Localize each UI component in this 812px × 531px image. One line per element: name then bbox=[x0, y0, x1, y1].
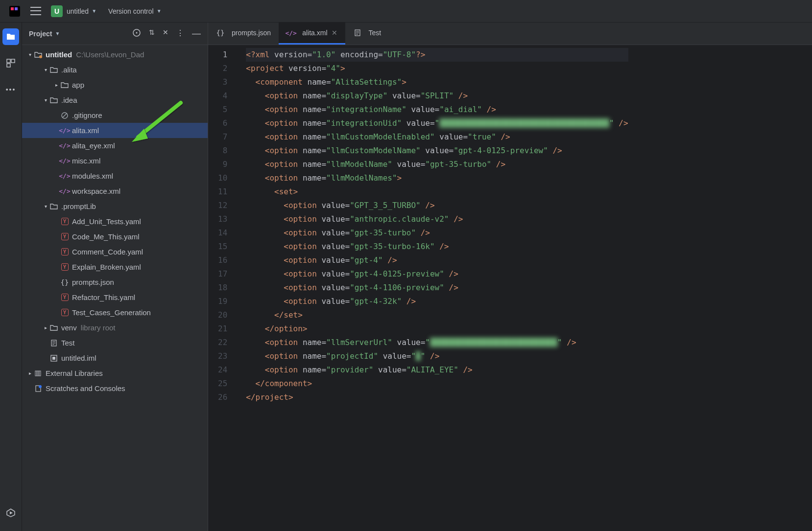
tree-item[interactable]: Y Add_Unit_Tests.yaml bbox=[22, 214, 208, 229]
xml-icon: </> bbox=[287, 29, 295, 37]
yaml-icon: Y bbox=[60, 233, 69, 240]
tree-item[interactable]: </> modules.xml bbox=[22, 168, 208, 184]
code-line[interactable]: <option name="llmModelName" value="gpt-3… bbox=[246, 158, 628, 171]
project-tool-button[interactable] bbox=[2, 28, 19, 45]
hide-panel-icon[interactable]: — bbox=[192, 28, 201, 39]
tree-item[interactable]: </> alita.xml bbox=[22, 123, 208, 138]
tree-item[interactable]: ▸ venv library root bbox=[22, 320, 208, 335]
code-line[interactable]: <option value="gpt-4" /> bbox=[246, 254, 628, 267]
tree-item[interactable]: Y Refactor_This.yaml bbox=[22, 290, 208, 305]
code-line[interactable]: <component name="AlitaSettings"> bbox=[246, 75, 628, 89]
code-line[interactable]: <option value="gpt-35-turbo" /> bbox=[246, 226, 628, 240]
code-editor[interactable]: 1234567891011121314151617181920212223242… bbox=[208, 45, 812, 531]
project-badge-icon: U bbox=[51, 5, 63, 17]
tree-item[interactable]: Y Comment_Code.yaml bbox=[22, 244, 208, 259]
tree-label: .gitignore bbox=[72, 111, 102, 119]
line-number: 13 bbox=[218, 212, 227, 226]
tree-item[interactable]: </> misc.xml bbox=[22, 153, 208, 168]
tree-label: Scratches and Consoles bbox=[46, 384, 125, 392]
code-line[interactable]: </component> bbox=[246, 377, 628, 391]
project-selector[interactable]: U untitled ▼ bbox=[51, 5, 96, 17]
line-number: 5 bbox=[218, 103, 227, 116]
line-number: 24 bbox=[218, 363, 227, 377]
yaml-icon: Y bbox=[60, 263, 69, 271]
code-line[interactable]: <option value="anthropic.claude-v2" /> bbox=[246, 212, 628, 226]
code-line[interactable]: </option> bbox=[246, 322, 628, 336]
code-line[interactable]: <project version="4"> bbox=[246, 62, 628, 75]
tree-item[interactable]: ▾ .promptLib bbox=[22, 199, 208, 214]
code-line[interactable]: <option name="displayType" value="SPLIT"… bbox=[246, 89, 628, 103]
code-line[interactable]: </set> bbox=[246, 308, 628, 322]
tree-item[interactable]: ▾ .idea bbox=[22, 92, 208, 108]
tree-item[interactable]: .gitignore bbox=[22, 108, 208, 123]
code-content[interactable]: <?xml version="1.0" encoding="UTF-8"?><p… bbox=[234, 45, 628, 531]
code-line[interactable]: <option name="llmModelNames"> bbox=[246, 171, 628, 185]
svg-rect-4 bbox=[11, 59, 15, 63]
tree-item[interactable]: untitled.iml bbox=[22, 350, 208, 366]
tree-item[interactable]: Test bbox=[22, 335, 208, 350]
tree-item[interactable]: Y Code_Me_This.yaml bbox=[22, 229, 208, 244]
tree-item[interactable]: {} prompts.json bbox=[22, 275, 208, 290]
tree-item[interactable]: </> workspace.xml bbox=[22, 184, 208, 199]
line-number: 25 bbox=[218, 377, 227, 391]
project-tree[interactable]: ▾ untitled C:\Users\Levon_Dad ▾ .alita ▸… bbox=[22, 45, 208, 531]
tree-item[interactable]: ▸ app bbox=[22, 77, 208, 92]
select-target-icon[interactable] bbox=[132, 28, 141, 39]
code-line[interactable]: <option value="gpt-4-32k" /> bbox=[246, 295, 628, 308]
main-menu-button[interactable] bbox=[30, 6, 41, 17]
code-line[interactable]: <option name="llmCustomModelEnabled" val… bbox=[246, 130, 628, 144]
editor-tab[interactable]: </> alita.xml ✕ bbox=[279, 23, 345, 45]
code-line[interactable]: <option name="integrationName" value="ai… bbox=[246, 103, 628, 116]
chevron-down-icon: ▼ bbox=[92, 8, 96, 14]
vcs-menu[interactable]: Version control ▼ bbox=[108, 7, 162, 15]
line-number: 7 bbox=[218, 130, 227, 144]
tree-label: Test bbox=[61, 339, 75, 347]
ban-icon bbox=[60, 112, 69, 119]
code-line[interactable]: <option name="llmCustomModelName" value=… bbox=[246, 144, 628, 158]
scratch-icon bbox=[34, 385, 43, 392]
svg-marker-7 bbox=[10, 511, 13, 514]
line-number: 2 bbox=[218, 62, 227, 75]
tree-item[interactable]: Y Explain_Broken.yaml bbox=[22, 259, 208, 275]
code-line[interactable]: <set> bbox=[246, 185, 628, 199]
svg-rect-3 bbox=[7, 59, 10, 63]
module-icon bbox=[49, 354, 58, 362]
code-line[interactable]: <option name="projectId" value="█" /> bbox=[246, 349, 628, 363]
expand-collapse-icon[interactable]: ⇅ bbox=[149, 28, 155, 39]
more-tool-button[interactable]: ••• bbox=[2, 81, 19, 98]
services-tool-button[interactable] bbox=[2, 505, 19, 521]
tree-label: Explain_Broken.yaml bbox=[72, 263, 141, 271]
tree-root[interactable]: ▾ untitled C:\Users\Levon_Dad bbox=[22, 47, 208, 62]
tree-item[interactable]: ▾ .alita bbox=[22, 62, 208, 77]
svg-point-23 bbox=[39, 385, 42, 388]
tree-label: modules.xml bbox=[72, 172, 113, 180]
tree-item[interactable]: Scratches and Consoles bbox=[22, 381, 208, 396]
project-view-selector[interactable]: Project ▼ bbox=[29, 30, 60, 38]
svg-rect-19 bbox=[35, 371, 37, 376]
code-line[interactable]: <option name="integrationUid" value="███… bbox=[246, 116, 628, 130]
code-line[interactable]: <option name="provider" value="ALITA_EYE… bbox=[246, 363, 628, 377]
folder-icon bbox=[49, 324, 58, 332]
panel-title: Project bbox=[29, 30, 52, 38]
code-line[interactable]: <option value="gpt-35-turbo-16k" /> bbox=[246, 240, 628, 254]
svg-rect-21 bbox=[39, 371, 41, 376]
svg-rect-18 bbox=[52, 357, 55, 360]
structure-tool-button[interactable] bbox=[2, 55, 19, 71]
code-line[interactable]: <?xml version="1.0" encoding="UTF-8"?> bbox=[246, 48, 628, 62]
code-line[interactable]: </project> bbox=[246, 391, 628, 404]
code-line[interactable]: <option name="llmServerUrl" value="█████… bbox=[246, 336, 628, 349]
tree-item[interactable]: ▸ External Libraries bbox=[22, 366, 208, 381]
close-icon[interactable]: ✕ bbox=[332, 29, 337, 37]
more-options-icon[interactable]: ⋮ bbox=[176, 28, 184, 39]
code-line[interactable]: <option value="GPT_3_5_TURBO" /> bbox=[246, 199, 628, 212]
editor-tab[interactable]: Test bbox=[345, 23, 389, 45]
line-number: 22 bbox=[218, 336, 227, 349]
xml-icon: </> bbox=[60, 142, 69, 149]
editor-tab[interactable]: {} prompts.json bbox=[208, 23, 279, 45]
code-line[interactable]: <option value="gpt-4-0125-preview" /> bbox=[246, 267, 628, 281]
tree-item[interactable]: </> alita_eye.xml bbox=[22, 138, 208, 153]
collapse-all-icon[interactable]: ✕ bbox=[163, 28, 168, 39]
line-number: 10 bbox=[218, 171, 227, 185]
tree-item[interactable]: Y Test_Cases_Generation bbox=[22, 305, 208, 320]
code-line[interactable]: <option value="gpt-4-1106-preview" /> bbox=[246, 281, 628, 295]
